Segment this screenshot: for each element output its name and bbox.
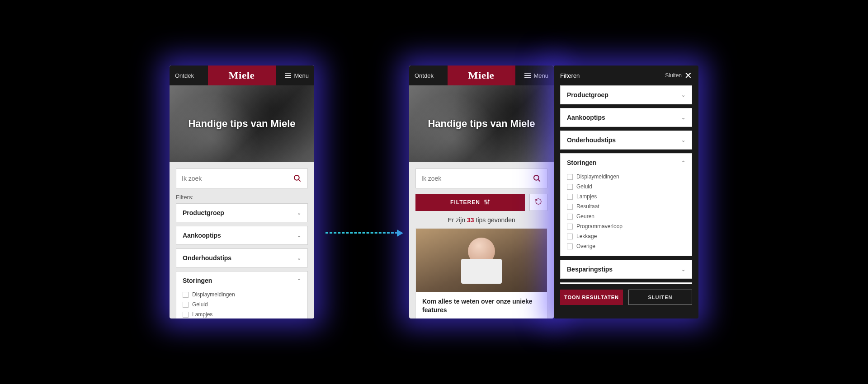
discover-label: Ontdek [415, 72, 434, 79]
open-filters-button[interactable]: FILTEREN [415, 194, 525, 211]
menu-label: Menu [533, 72, 548, 79]
option-row[interactable]: Programmaverloop [567, 221, 685, 231]
option-row[interactable]: Overige [567, 241, 685, 251]
modal-title: Filteren [560, 72, 580, 79]
checkbox-icon[interactable] [183, 292, 189, 298]
option-label: Displaymeldingen [192, 291, 235, 298]
svg-point-7 [486, 202, 487, 203]
search-icon[interactable] [533, 174, 542, 183]
cancel-button[interactable]: SLUITEN [628, 290, 692, 305]
filter-productgroep[interactable]: Productgroep⌄ [560, 85, 692, 104]
search-icon[interactable] [293, 174, 302, 183]
checkbox-icon[interactable] [183, 302, 189, 308]
option-row[interactable]: Lekkage [567, 231, 685, 241]
reset-filters-button[interactable] [529, 194, 547, 211]
close-label: Sluiten [665, 72, 682, 79]
discover-label: Ontdek [175, 72, 194, 79]
modal-header: Filteren Sluiten ✕ [554, 66, 698, 85]
header-logo[interactable]: Miele [448, 66, 515, 85]
checkbox-icon[interactable] [567, 194, 573, 200]
header-logo[interactable]: Miele [208, 66, 276, 85]
option-label: Resultaat [576, 203, 599, 210]
result-count: Er zijn 33 tips gevonden [415, 216, 547, 224]
filter-onderhoudstips[interactable]: Onderhoudstips⌄ [560, 131, 692, 150]
option-row[interactable]: Lampjes [567, 192, 685, 201]
header-menu[interactable]: Menu [515, 66, 554, 85]
search-row [176, 169, 308, 188]
option-row[interactable]: Displaymeldingen [183, 290, 301, 300]
option-label: Geluid [576, 183, 592, 190]
filter-label: Storingen [183, 277, 212, 284]
header-discover[interactable]: Ontdek [409, 66, 448, 85]
filter-productgroep[interactable]: Productgroep⌄ [176, 203, 308, 222]
filter-onderhoudstips[interactable]: Onderhoudstips⌄ [176, 248, 308, 267]
option-row[interactable]: Lampjes [183, 309, 301, 318]
phone-filter-modal: Filteren Sluiten ✕ Productgroep⌄ Aankoop… [554, 66, 698, 318]
result-number: 33 [467, 216, 474, 224]
svg-point-0 [294, 175, 299, 180]
modal-footer: TOON RESULTATEN SLUITEN [554, 284, 698, 310]
filter-storingen[interactable]: Storingen⌃ Displaymeldingen Geluid Lampj… [560, 153, 692, 256]
refresh-icon [535, 198, 542, 207]
phone-before: Ontdek Miele Menu Handige tips van Miele… [170, 66, 314, 318]
hamburger-icon [524, 73, 531, 78]
show-results-button[interactable]: TOON RESULTATEN [560, 290, 623, 305]
search-row [415, 169, 547, 188]
result-prefix: Er zijn [448, 216, 467, 224]
filter-aankooptips[interactable]: Aankooptips⌄ [560, 108, 692, 127]
hero-banner: Handige tips van Miele [170, 85, 314, 162]
filter-label: Productgroep [567, 91, 609, 98]
filter-label: Onderhoudstips [567, 136, 616, 144]
option-row[interactable]: Geuren [567, 211, 685, 221]
checkbox-icon[interactable] [567, 204, 573, 210]
flow-arrow [314, 151, 409, 234]
checkbox-icon[interactable] [183, 312, 189, 318]
checkbox-icon[interactable] [567, 184, 573, 190]
modal-close-button[interactable]: Sluiten ✕ [665, 71, 692, 80]
option-row[interactable]: Displaymeldingen [567, 172, 685, 182]
brand-logo: Miele [468, 70, 495, 81]
option-label: Programmaverloop [576, 223, 623, 229]
chevron-down-icon: ⌄ [681, 137, 685, 143]
filter-besparingstips[interactable]: Besparingstips⌄ [560, 260, 692, 279]
option-label: Geluid [192, 301, 208, 308]
chevron-down-icon: ⌄ [681, 267, 685, 272]
result-card[interactable]: Kom alles te weten over onze unieke feat… [415, 228, 547, 318]
hero-title: Handige tips van Miele [428, 118, 535, 130]
filter-label: Productgroep [183, 209, 224, 216]
filter-storingen[interactable]: Storingen⌃ Displaymeldingen Geluid Lampj… [176, 271, 308, 318]
chevron-down-icon: ⌄ [297, 233, 301, 239]
result-suffix: tips gevonden [474, 216, 515, 224]
checkbox-icon[interactable] [567, 224, 573, 229]
svg-point-9 [488, 200, 489, 201]
header-discover[interactable]: Ontdek [170, 66, 208, 85]
header-menu[interactable]: Menu [276, 66, 314, 85]
app-header: Ontdek Miele Menu [170, 66, 314, 85]
chevron-up-icon: ⌃ [681, 160, 685, 166]
option-label: Lampjes [192, 311, 212, 318]
checkbox-icon[interactable] [567, 244, 573, 249]
option-label: Overige [576, 243, 595, 249]
option-row[interactable]: Geluid [567, 182, 685, 192]
chevron-down-icon: ⌄ [297, 255, 301, 261]
filter-label: Aankooptips [183, 232, 221, 239]
checkbox-icon[interactable] [567, 214, 573, 220]
filter-aankooptips[interactable]: Aankooptips⌄ [176, 226, 308, 245]
checkbox-icon[interactable] [567, 234, 573, 239]
option-label: Lekkage [576, 233, 597, 239]
filters-heading: Filters: [176, 194, 308, 201]
option-label: Lampjes [576, 193, 597, 200]
filter-label: Storingen [567, 159, 596, 166]
arrow-icon [326, 232, 398, 234]
option-row[interactable]: Geluid [183, 300, 301, 309]
filter-options: Displaymeldingen Geluid Lampjes Resultaa… [561, 172, 692, 256]
chevron-up-icon: ⌃ [297, 278, 301, 284]
option-row[interactable]: Resultaat [567, 201, 685, 211]
checkbox-icon[interactable] [567, 174, 573, 180]
search-input[interactable] [421, 175, 533, 182]
search-input[interactable] [182, 175, 293, 182]
button-label: SLUITEN [648, 295, 672, 300]
chevron-down-icon: ⌄ [681, 92, 685, 98]
filter-options: Displaymeldingen Geluid Lampjes [176, 290, 307, 318]
option-label: Displaymeldingen [576, 173, 619, 180]
